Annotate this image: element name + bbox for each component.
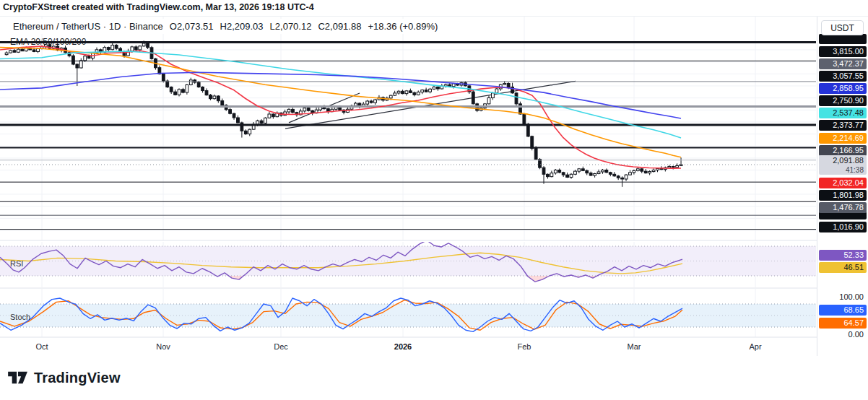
ohlc-token: H2,209.03 — [220, 21, 264, 32]
time-axis-label: Feb — [518, 342, 531, 351]
axis-price-badge: 2,166.95 — [819, 145, 867, 156]
ohlc-token: O2,073.51 — [170, 21, 214, 32]
axis-price-badge: 2,032.04 — [819, 178, 867, 188]
chart-area: EMA 20/50/100/200 Ethereum / TetherUS · … — [0, 16, 868, 356]
axis-price-badge: 3,057.55 — [819, 71, 867, 82]
time-axis-label: Dec — [274, 342, 288, 351]
time-axis-label: Apr — [749, 342, 761, 351]
tradingview-chart-screenshot: CryptoFXStreet created with TradingView.… — [0, 0, 868, 400]
axis-price-badge: 2,214.69 — [819, 133, 867, 144]
countdown-timer: 41:38 — [819, 166, 864, 174]
time-axis-label: 2026 — [394, 342, 412, 351]
axis-price-badge — [819, 34, 867, 44]
time-axis-label: Oct — [35, 342, 48, 351]
axis-price-badge: 2,750.90 — [819, 95, 867, 106]
axis-price-badge: 1,016.90 — [819, 222, 867, 232]
ohlc-token: +18.36 (+0.89%) — [368, 21, 438, 32]
axis-price-badge: 2,537.48 — [819, 108, 867, 118]
axis-price-badge: 1,801.98 — [819, 190, 867, 201]
axis-price-badge: 2,373.77 — [819, 120, 867, 131]
tradingview-logo-icon — [7, 369, 29, 386]
tradingview-logo-text: TradingView — [34, 370, 121, 386]
price-axis[interactable]: 3,815.003,472.373,057.552,858.952,750.90… — [817, 17, 868, 356]
symbol-title: Ethereum / TetherUS · 1D · Binance — [13, 21, 163, 32]
rsi-pane-label: RSI — [10, 259, 23, 268]
symbol-ohlc-row[interactable]: Ethereum / TetherUS · 1D · BinanceO2,073… — [6, 19, 445, 34]
axis-price-badge: 1,476.78 — [819, 202, 867, 213]
axis-price-badge: 2,858.95 — [819, 83, 867, 94]
credit-text: CryptoFXStreet created with TradingView.… — [3, 2, 314, 12]
axis-value-label: 0.00 — [819, 329, 867, 340]
axis-value-label: 100.00 — [819, 292, 867, 303]
ohlc-token: L2,070.12 — [270, 21, 312, 32]
axis-price-badge: 46.51 — [819, 262, 867, 273]
price-chart-canvas[interactable] — [0, 17, 868, 356]
axis-price-badge: 3,815.00 — [819, 46, 867, 57]
axis-price-badge: 3,472.37 — [819, 58, 867, 69]
ohlc-values: O2,073.51H2,209.03L2,070.12C2,091.88+18.… — [163, 21, 438, 32]
tradingview-logo[interactable]: TradingView — [7, 369, 121, 386]
ohlc-token: C2,091.88 — [318, 21, 361, 32]
axis-price-badge: 68.65 — [819, 305, 867, 316]
time-axis-label: Mar — [628, 342, 641, 351]
stoch-pane-label: Stoch — [10, 313, 30, 321]
time-axis-label: Nov — [156, 342, 170, 351]
axis-price-badge: 64.57 — [819, 318, 867, 329]
currency-button[interactable]: USDT — [821, 20, 864, 35]
axis-price-badge: 2,091.8841:38 — [819, 155, 867, 175]
axis-price-badge: 52.33 — [819, 250, 867, 261]
